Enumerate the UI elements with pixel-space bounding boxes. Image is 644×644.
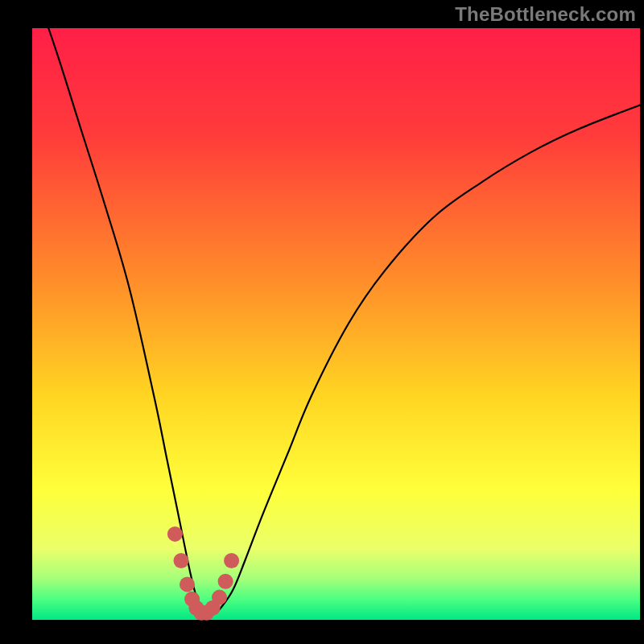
highlight-marker bbox=[218, 574, 233, 589]
highlight-marker bbox=[174, 553, 189, 568]
highlight-marker bbox=[180, 576, 195, 592]
highlight-marker bbox=[212, 590, 227, 605]
plot-background bbox=[32, 28, 640, 620]
chart-container: TheBottleneck.com bbox=[0, 0, 644, 644]
bottleneck-chart bbox=[0, 0, 644, 644]
highlight-marker bbox=[224, 553, 239, 568]
highlight-marker bbox=[167, 526, 183, 542]
watermark-text: TheBottleneck.com bbox=[455, 3, 636, 26]
